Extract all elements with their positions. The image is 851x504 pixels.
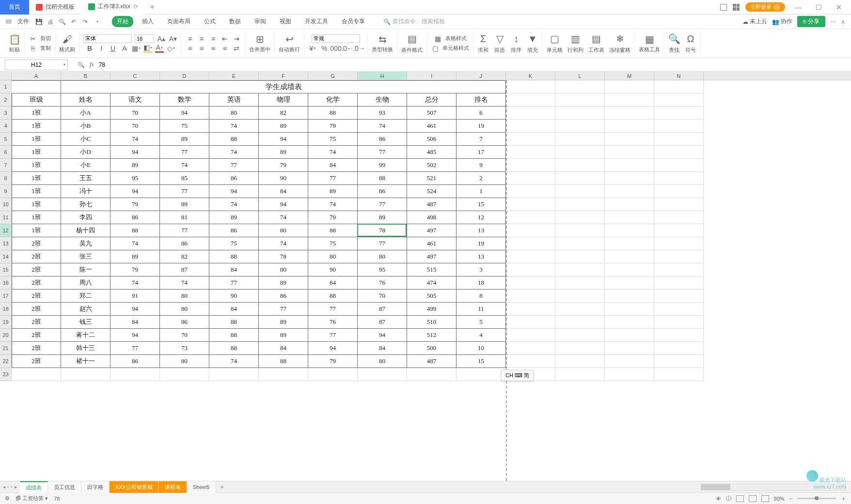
sheet-tab-5[interactable]: Sheet5 — [187, 481, 216, 493]
cell-L12[interactable] — [555, 224, 605, 237]
cell-K21[interactable] — [506, 342, 555, 355]
cell-J1[interactable] — [457, 80, 506, 93]
cell-N22[interactable] — [654, 355, 704, 368]
ribbon-tab-data[interactable]: 数据 — [224, 17, 246, 26]
cell-F14[interactable]: 78 — [259, 250, 308, 263]
rowcol-icon[interactable]: ▥ — [570, 33, 582, 45]
cell-G13[interactable]: 75 — [308, 237, 358, 250]
cell-J13[interactable]: 19 — [457, 237, 506, 250]
cell-H11[interactable]: 89 — [358, 211, 407, 224]
cell-F12[interactable]: 80 — [259, 224, 308, 237]
worksheet-icon[interactable]: ▤ — [591, 33, 602, 45]
eye-icon[interactable]: 👁 — [716, 496, 721, 502]
cell-D8[interactable]: 85 — [160, 172, 209, 185]
col-header-L[interactable]: L — [555, 72, 605, 80]
cell-J2[interactable]: 排名 — [457, 93, 506, 107]
col-header-K[interactable]: K — [506, 72, 555, 80]
cell-K18[interactable] — [506, 303, 555, 316]
cell-L4[interactable] — [555, 120, 605, 133]
cell-H15[interactable]: 95 — [358, 263, 407, 276]
cell-A2[interactable]: 班级 — [12, 93, 61, 107]
cell-J8[interactable]: 2 — [457, 172, 506, 185]
cell-A18[interactable]: 2班 — [12, 303, 61, 316]
cell-style-icon[interactable]: ▢ — [431, 44, 440, 53]
cell-J18[interactable]: 11 — [457, 303, 506, 316]
cell-B21[interactable]: 韩十三 — [61, 342, 110, 355]
cell-J6[interactable]: 17 — [457, 146, 506, 159]
qat-redo-icon[interactable]: ↷ — [81, 18, 89, 26]
cell-C7[interactable]: 89 — [110, 159, 160, 172]
ribbon-tab-member[interactable]: 会员专享 — [337, 17, 370, 26]
merge-icon[interactable]: ⊞ — [254, 33, 266, 45]
cell-I1[interactable] — [407, 80, 457, 93]
cell-L6[interactable] — [555, 146, 605, 159]
cell-E7[interactable]: 77 — [209, 159, 259, 172]
view-normal-icon[interactable] — [736, 495, 744, 502]
col-header-I[interactable]: I — [407, 72, 457, 80]
cell-A21[interactable]: 2班 — [12, 342, 61, 355]
cell-E4[interactable]: 74 — [209, 120, 259, 133]
ribbon-tab-layout[interactable]: 页面布局 — [162, 17, 195, 26]
sheet-tab-3[interactable]: XXX公司销售额 — [110, 481, 159, 493]
cell-N15[interactable] — [654, 263, 704, 276]
cell-N20[interactable] — [654, 329, 704, 342]
cell-H12[interactable]: 78 — [358, 224, 407, 237]
cell-N14[interactable] — [654, 250, 704, 263]
cell-I22[interactable]: 487 — [407, 355, 457, 368]
col-header-J[interactable]: J — [457, 72, 506, 80]
qat-undo-icon[interactable]: ↶ — [70, 18, 78, 26]
cell-H5[interactable]: 86 — [358, 133, 407, 146]
cell-I12[interactable]: 497 — [407, 224, 457, 237]
col-header-B[interactable]: B — [61, 72, 110, 80]
row-header-3[interactable]: 3 — [0, 107, 12, 120]
cell-C21[interactable]: 77 — [110, 342, 160, 355]
font-color-icon[interactable]: A▾ — [155, 44, 164, 53]
cell-G16[interactable]: 84 — [308, 276, 358, 290]
sheet-tab-1[interactable]: 员工信息 — [48, 481, 81, 493]
sheet-add[interactable]: ＋ — [216, 483, 228, 491]
cell-M16[interactable] — [605, 276, 654, 290]
cell-J5[interactable]: 7 — [457, 133, 506, 146]
cell-M2[interactable] — [605, 93, 654, 107]
cell-H8[interactable]: 88 — [358, 172, 407, 185]
cell-I16[interactable]: 474 — [407, 276, 457, 290]
cell-E14[interactable]: 88 — [209, 250, 259, 263]
cell-D7[interactable]: 74 — [160, 159, 209, 172]
cell-D17[interactable]: 80 — [160, 290, 209, 303]
cell-M19[interactable] — [605, 316, 654, 329]
cell-M13[interactable] — [605, 237, 654, 250]
font-name-input[interactable] — [83, 34, 132, 43]
cell-B8[interactable]: 王五 — [61, 172, 110, 185]
tab-nav-next-icon[interactable]: › — [11, 484, 12, 489]
cell-N2[interactable] — [654, 93, 704, 107]
cell-C15[interactable]: 79 — [110, 263, 160, 276]
cell-H18[interactable]: 87 — [358, 303, 407, 316]
row-header-8[interactable]: 8 — [0, 172, 12, 185]
share-button[interactable]: ⎋ 分享 — [797, 16, 825, 27]
symbol-icon[interactable]: Ω — [685, 33, 696, 45]
cell-H23[interactable] — [358, 368, 407, 381]
name-box[interactable]: H12▾ — [5, 60, 68, 70]
formula-input[interactable]: 78 — [94, 61, 851, 68]
cell-N1[interactable] — [654, 80, 704, 93]
cell-I7[interactable]: 502 — [407, 159, 457, 172]
cell-H19[interactable]: 87 — [358, 316, 407, 329]
hamburger-icon[interactable] — [6, 20, 12, 23]
row-header-19[interactable]: 19 — [0, 316, 12, 329]
border-icon[interactable]: ▦▾ — [132, 44, 141, 53]
align-left-icon[interactable]: ≡ — [186, 44, 194, 53]
cell-K19[interactable] — [506, 316, 555, 329]
cell-L9[interactable] — [555, 185, 605, 198]
cell-I14[interactable]: 497 — [407, 250, 457, 263]
row-header-9[interactable]: 9 — [0, 185, 12, 198]
cell-E18[interactable]: 84 — [209, 303, 259, 316]
cell-F3[interactable]: 82 — [259, 107, 308, 120]
cell-F10[interactable]: 94 — [259, 198, 308, 211]
tab-file-current[interactable]: 工作簿3.xlsx⟳ — [81, 0, 145, 15]
cell-I15[interactable]: 515 — [407, 263, 457, 276]
cell-C23[interactable] — [110, 368, 160, 381]
cell-M1[interactable] — [605, 80, 654, 93]
cell-G19[interactable]: 76 — [308, 316, 358, 329]
cell-E11[interactable]: 89 — [209, 211, 259, 224]
cell-J15[interactable]: 3 — [457, 263, 506, 276]
